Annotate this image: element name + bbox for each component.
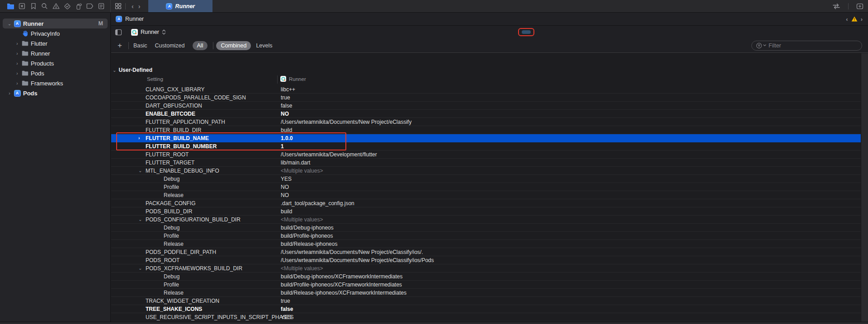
setting-value[interactable]: build/Release-iphoneos — [281, 240, 858, 248]
editor-tab[interactable] — [554, 30, 556, 34]
setting-value[interactable]: NO — [281, 191, 858, 199]
disclosure-icon[interactable]: ⌄ — [138, 264, 145, 272]
forward-icon[interactable]: › — [136, 3, 143, 9]
disclosure-icon[interactable]: › — [14, 41, 20, 46]
disclosure-icon[interactable]: ⌄ — [138, 216, 145, 224]
setting-value[interactable]: <Multiple values> — [281, 264, 858, 272]
settings-row[interactable]: Release build/Release-iphoneos/XCFramewo… — [111, 289, 861, 297]
editor-tab[interactable] — [509, 30, 511, 34]
settings-row[interactable]: FLUTTER_TARGET lib/main.dart — [111, 159, 861, 167]
editor-tab[interactable] — [471, 30, 473, 34]
scope-all[interactable]: All — [193, 41, 208, 50]
setting-value[interactable]: true — [281, 297, 858, 305]
settings-row[interactable]: Profile build/Profile-iphoneos/XCFramewo… — [111, 281, 861, 289]
bookmarks-icon[interactable] — [29, 2, 37, 10]
tree-item[interactable]: › A Pods — [3, 68, 108, 78]
settings-row[interactable]: DART_OBFUSCATION false — [111, 102, 861, 110]
setting-value[interactable]: build — [281, 126, 858, 134]
scope-basic[interactable]: Basic — [133, 42, 147, 49]
setting-value[interactable]: build/Debug-iphoneos/XCFrameworkIntermed… — [281, 272, 858, 281]
source-control-icon[interactable] — [18, 2, 26, 10]
setting-value[interactable]: <Multiple values> — [281, 216, 858, 224]
disclosure-icon[interactable]: › — [14, 61, 20, 66]
settings-row[interactable]: CLANG_CXX_LIBRARY libc++ — [111, 85, 861, 94]
setting-value[interactable]: /Users/wrteamnikita/Documents/New Projec… — [281, 118, 858, 126]
tree-item[interactable]: › A Flutter — [3, 38, 108, 48]
settings-row[interactable]: PACKAGE_CONFIG .dart_tool/package_config… — [111, 199, 861, 207]
settings-row[interactable]: Profile NO — [111, 183, 861, 191]
code-review-icon[interactable] — [832, 3, 840, 9]
settings-row[interactable]: Release build/Release-iphoneos — [111, 240, 861, 248]
settings-row[interactable]: ENABLE_BITCODE NO — [111, 110, 861, 118]
setting-value[interactable]: build/Debug-iphoneos — [281, 224, 858, 232]
settings-row[interactable]: FLUTTER_APPLICATION_PATH /Users/wrteamni… — [111, 118, 861, 126]
hide-project-list-icon[interactable] — [115, 29, 122, 36]
tests-icon[interactable] — [63, 2, 71, 10]
editor-tab[interactable] — [542, 30, 543, 34]
setting-value[interactable]: 1 — [281, 142, 858, 150]
setting-value[interactable]: libc++ — [281, 85, 858, 94]
disclosure-icon[interactable]: › — [138, 134, 145, 142]
filter-input[interactable]: Filter — [751, 41, 862, 51]
breakpoints-icon[interactable] — [86, 2, 94, 10]
tree-item[interactable]: › A Frameworks — [3, 78, 108, 88]
tree-item[interactable]: › A Runner — [3, 48, 108, 58]
editor-tab-runner[interactable]: A Runner — [148, 0, 212, 12]
settings-row[interactable]: COCOAPODS_PARALLEL_CODE_SIGN true — [111, 94, 861, 102]
settings-row[interactable]: PODS_PODFILE_DIR_PATH /Users/wrteamnikit… — [111, 248, 861, 256]
setting-value[interactable]: NO — [281, 183, 858, 191]
settings-row[interactable]: FLUTTER_ROOT /Users/wrteamnikita/Develop… — [111, 150, 861, 159]
settings-row[interactable]: PODS_ROOT /Users/wrteamnikita/Documents/… — [111, 256, 861, 264]
back-icon[interactable]: ‹ — [129, 3, 136, 9]
breadcrumb[interactable]: Runner — [125, 16, 144, 22]
settings-row[interactable]: TRACK_WIDGET_CREATION true — [111, 297, 861, 305]
settings-row[interactable]: FLUTTER_BUILD_NUMBER 1 — [111, 142, 861, 150]
project-navigator-icon[interactable] — [7, 2, 14, 10]
tree-item[interactable]: A PrivacyInfo — [3, 28, 108, 38]
warning-icon[interactable] — [851, 16, 858, 22]
editor-tab[interactable] — [522, 30, 531, 34]
add-setting-button[interactable]: + — [116, 42, 124, 49]
scope-customized[interactable]: Customized — [155, 42, 185, 49]
settings-row[interactable]: Debug build/Debug-iphoneos/XCFrameworkIn… — [111, 272, 861, 281]
tab-overview-icon[interactable] — [115, 3, 122, 9]
scope-levels[interactable]: Levels — [256, 42, 272, 49]
setting-value[interactable]: YES — [281, 175, 858, 183]
setting-value[interactable]: build — [281, 207, 858, 216]
disclosure-icon[interactable]: › — [6, 91, 13, 96]
setting-value[interactable]: YES — [281, 313, 858, 321]
scope-combined[interactable]: Combined — [216, 41, 251, 50]
disclosure-icon[interactable]: ⌄ — [113, 68, 116, 73]
next-issue-icon[interactable]: › — [861, 16, 863, 22]
setting-value[interactable]: .dart_tool/package_config.json — [281, 199, 858, 207]
setting-value[interactable]: lib/main.dart — [281, 159, 858, 167]
setting-value[interactable]: <Multiple values> — [281, 167, 858, 175]
reports-icon[interactable] — [97, 2, 105, 10]
setting-value[interactable]: /Users/wrteamnikita/Documents/New Projec… — [281, 248, 858, 256]
settings-row[interactable]: ⌄ PODS_CONFIGURATION_BUILD_DIR <Multiple… — [111, 216, 861, 224]
disclosure-icon[interactable]: ⌄ — [138, 167, 145, 175]
settings-row[interactable]: Debug YES — [111, 175, 861, 183]
setting-value[interactable]: false — [281, 305, 858, 313]
setting-value[interactable]: false — [281, 102, 858, 110]
tree-item[interactable]: › A Pods — [3, 88, 108, 98]
previous-issue-icon[interactable]: ‹ — [846, 16, 848, 22]
target-selector[interactable]: Runner — [131, 29, 166, 36]
editor-tab[interactable] — [484, 30, 486, 34]
setting-value[interactable]: true — [281, 94, 858, 102]
setting-value[interactable]: build/Profile-iphoneos/XCFrameworkInterm… — [281, 281, 858, 289]
tree-item[interactable]: ⌄ A Runner M — [3, 19, 108, 28]
add-editor-icon[interactable] — [856, 3, 863, 9]
scrollbar-gutter[interactable] — [861, 53, 868, 322]
settings-row[interactable]: TREE_SHAKE_ICONS false — [111, 305, 861, 313]
debug-icon[interactable] — [75, 2, 82, 10]
settings-row[interactable]: › FLUTTER_BUILD_NAME 1.0.0 — [111, 134, 861, 142]
settings-row[interactable]: Debug build/Debug-iphoneos — [111, 224, 861, 232]
section-header[interactable]: ⌄ User-Defined — [113, 67, 152, 73]
issues-icon[interactable] — [52, 2, 60, 10]
settings-row[interactable]: USE_RECURSIVE_SCRIPT_INPUTS_IN_SCRIPT_PH… — [111, 313, 861, 321]
setting-value[interactable]: /Users/wrteamnikita/Documents/New Projec… — [281, 256, 858, 264]
settings-row[interactable]: PODS_BUILD_DIR build — [111, 207, 861, 216]
tree-item[interactable]: › A Products — [3, 58, 108, 68]
settings-row[interactable]: ⌄ MTL_ENABLE_DEBUG_INFO <Multiple values… — [111, 167, 861, 175]
